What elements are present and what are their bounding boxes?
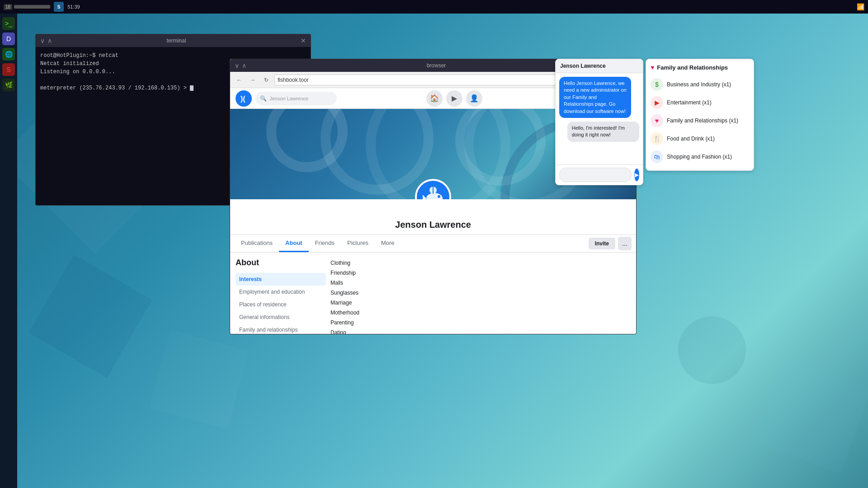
- taskbar: 18 S 51:39 📶: [0, 0, 868, 14]
- fishbook-search-bar[interactable]: 🔍 Jenson Lawrence: [255, 92, 337, 105]
- profile-tabs: Publications About Friends Pictures More…: [230, 235, 636, 253]
- fishbook-people-icon[interactable]: 👤: [466, 90, 482, 107]
- profile-info-section: Jenson Lawrence: [230, 199, 636, 235]
- browser-refresh-btn[interactable]: ↻: [261, 75, 272, 85]
- family-icon: ♥: [651, 114, 663, 127]
- sidebar-item-leaf[interactable]: 🌿: [2, 79, 15, 91]
- more-button[interactable]: ...: [618, 237, 632, 250]
- interest-item-shopping[interactable]: 🛍 Shopping and Fashion (x1): [651, 148, 749, 166]
- interest-friendship[interactable]: Friendship: [330, 268, 626, 278]
- business-icon: $: [651, 78, 663, 91]
- taskbar-number: 18: [4, 4, 50, 10]
- fishbook-video-icon[interactable]: ▶: [446, 90, 462, 107]
- tab-publications[interactable]: Publications: [235, 235, 279, 252]
- interest-clothing[interactable]: Clothing: [330, 258, 626, 268]
- profile-name: Jenson Lawrence: [239, 220, 627, 230]
- browser-minimize-btn[interactable]: ∨: [235, 62, 239, 69]
- interests-panel-header: ♥ Family and Relationships: [651, 64, 749, 71]
- terminal-close-controls: ✕: [301, 38, 306, 44]
- interest-parenting[interactable]: Parenting: [330, 318, 626, 328]
- browser-forward-btn[interactable]: →: [247, 75, 258, 85]
- profile-content: About Interests Employment and education…: [230, 253, 636, 334]
- chat-input-field[interactable]: [559, 168, 632, 182]
- fishbook-nav-icons: 🏠 ▶ 👤: [340, 90, 568, 107]
- tab-pictures[interactable]: Pictures: [341, 235, 375, 252]
- interest-item-entertainment[interactable]: ▶ Entertainment (x1): [651, 94, 749, 112]
- terminal-maximize-btn[interactable]: ∧: [47, 38, 52, 44]
- terminal-close-btn[interactable]: ✕: [301, 38, 306, 44]
- interest-item-food[interactable]: 🍴 Food and Drink (x1): [651, 130, 749, 148]
- entertainment-icon: ▶: [651, 96, 663, 109]
- taskbar-logo[interactable]: S: [54, 2, 64, 12]
- sidebar-item-terminal[interactable]: >_: [2, 17, 15, 30]
- about-main-content: Clothing Friendship Malls Sunglasses Mar…: [326, 258, 631, 334]
- tab-friends[interactable]: Friends: [309, 235, 341, 252]
- chat-messages: Hello Jenson Lawrence, we need a new adm…: [556, 73, 643, 164]
- taskbar-time: 51:39: [67, 4, 80, 9]
- interest-item-family[interactable]: ♥ Family and Relationships (x1): [651, 112, 749, 130]
- svg-text:)(: )(: [241, 95, 245, 103]
- terminal-controls: ∨ ∧: [40, 38, 52, 44]
- chat-input-area: ▶: [556, 164, 643, 185]
- terminal-title: terminal: [52, 38, 301, 44]
- chat-panel: Jenson Lawrence Hello Jenson Lawrence, w…: [555, 59, 643, 185]
- shopping-icon: 🛍: [651, 150, 663, 163]
- about-nav-places[interactable]: Places of residence: [236, 298, 326, 311]
- profile-tab-actions: Invite ...: [589, 235, 632, 252]
- interest-item-business[interactable]: $ Business and Industry (x1): [651, 75, 749, 94]
- about-nav-family[interactable]: Family and relationships: [236, 324, 326, 334]
- profile-avatar-svg: [417, 181, 449, 199]
- sidebar: >_ D 🌐 S 🌿: [0, 14, 17, 488]
- tab-about[interactable]: About: [279, 235, 309, 252]
- interest-motherhood[interactable]: Motherhood: [330, 308, 626, 318]
- profile-pic-container: [415, 179, 451, 199]
- food-icon: 🍴: [651, 132, 663, 145]
- about-nav-general[interactable]: General informations: [236, 311, 326, 324]
- about-sidebar: About Interests Employment and education…: [236, 258, 326, 334]
- browser-win-controls-left: ∨ ∧: [235, 62, 246, 69]
- panel-heart-icon: ♥: [651, 64, 654, 71]
- taskbar-progress-bar: [14, 5, 50, 9]
- interest-marriage[interactable]: Marriage: [330, 298, 626, 308]
- interest-sunglasses[interactable]: Sunglasses: [330, 288, 626, 298]
- terminal-titlebar: ∨ ∧ terminal ✕: [36, 34, 311, 47]
- chat-send-button[interactable]: ▶: [634, 169, 639, 181]
- interests-list: Clothing Friendship Malls Sunglasses Mar…: [330, 258, 626, 334]
- svg-point-5: [438, 195, 440, 198]
- entertainment-label: Entertainment (x1): [667, 99, 712, 106]
- fishbook-home-icon[interactable]: 🏠: [426, 90, 443, 107]
- about-nav-employment[interactable]: Employment and education: [236, 286, 326, 298]
- interests-panel-title: Family and Relationships: [657, 64, 728, 71]
- about-nav-interests[interactable]: Interests: [236, 273, 326, 286]
- interest-dating[interactable]: Dating: [330, 328, 626, 334]
- food-label: Food and Drink (x1): [667, 136, 715, 142]
- chat-message-outgoing: Hello, I'm interested! I'm doing it righ…: [567, 122, 639, 142]
- sidebar-item-security[interactable]: S: [2, 63, 15, 76]
- wifi-icon: 📶: [857, 3, 864, 10]
- terminal-minimize-btn[interactable]: ∨: [40, 38, 45, 44]
- chat-message-incoming: Hello Jenson Lawrence, we need a new adm…: [559, 77, 631, 118]
- interests-panel: ♥ Family and Relationships $ Business an…: [646, 59, 754, 171]
- interest-malls[interactable]: Malls: [330, 278, 626, 288]
- sidebar-item-browser[interactable]: 🌐: [2, 48, 15, 61]
- tab-more[interactable]: More: [375, 235, 401, 252]
- browser-back-btn[interactable]: ←: [234, 75, 245, 85]
- invite-button[interactable]: Invite: [589, 238, 615, 249]
- fishbook-logo: )(: [236, 90, 252, 107]
- shopping-label: Shopping and Fashion (x1): [667, 154, 732, 160]
- chat-header: Jenson Lawrence: [556, 59, 643, 73]
- business-label: Business and Industry (x1): [667, 81, 731, 88]
- family-label: Family and Relationships (x1): [667, 117, 738, 124]
- fishbook-logo-svg: )(: [237, 92, 250, 105]
- browser-maximize-btn[interactable]: ∧: [242, 62, 246, 69]
- about-title: About: [236, 258, 326, 267]
- profile-picture[interactable]: [415, 179, 451, 199]
- search-icon: 🔍: [260, 95, 267, 102]
- sidebar-item-discord[interactable]: D: [2, 33, 15, 45]
- fishbook-search-text: Jenson Lawrence: [269, 96, 308, 101]
